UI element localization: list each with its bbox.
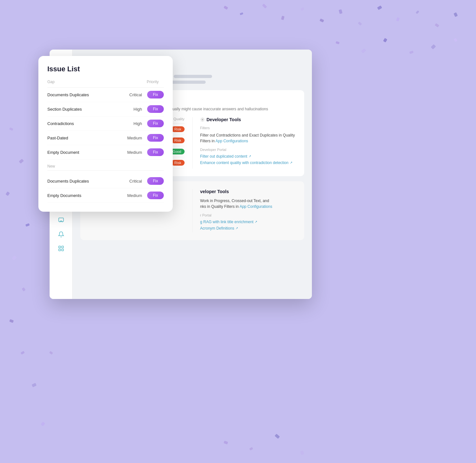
developer-portal-label: Developer Portal [200, 148, 297, 152]
modal-row-new-1: Documents Duplicates Critical Fix [47, 174, 164, 188]
svg-rect-24 [19, 159, 24, 163]
svg-rect-28 [22, 287, 26, 292]
modal-row: Empty Document Medium Fix [47, 145, 164, 160]
gear-icon [200, 117, 205, 122]
modal-priority-4: Medium [127, 136, 142, 140]
modal-priority-new-1: Critical [129, 179, 142, 184]
svg-rect-4 [300, 7, 304, 11]
svg-rect-6 [339, 9, 343, 14]
svg-rect-21 [274, 434, 280, 439]
svg-rect-0 [224, 6, 228, 10]
svg-rect-32 [32, 383, 37, 387]
app-config-link-2[interactable]: App Configurations [240, 204, 272, 209]
modal-priority-2: High [133, 107, 142, 112]
second-link-2[interactable]: Acronym Definitions ↗ [200, 226, 297, 231]
row-quality-1: Risk [171, 126, 184, 132]
app-config-link-1[interactable]: App Configurations [216, 139, 248, 143]
fix-button-1[interactable]: Fix [147, 91, 164, 98]
svg-rect-19 [224, 441, 228, 444]
svg-rect-14 [361, 48, 366, 53]
modal-section-new: New [47, 164, 164, 169]
modal-col-gap: Gap [47, 80, 142, 84]
svg-rect-2 [262, 4, 267, 9]
fix-button-4[interactable]: Fix [147, 134, 164, 142]
filter-bar-2[interactable] [174, 75, 212, 78]
svg-rect-8 [377, 5, 382, 10]
svg-rect-26 [25, 223, 30, 227]
modal-priority-5: Medium [127, 150, 142, 155]
svg-rect-57 [59, 249, 60, 251]
svg-rect-33 [41, 422, 45, 426]
row-quality-2: Risk [171, 137, 184, 143]
modal-col-priority: Priority [147, 80, 159, 84]
modal-gap-2: Section Duplicates [47, 107, 128, 112]
external-icon-4: ↗ [235, 226, 238, 230]
modal-gap-5: Empty Document [47, 150, 122, 155]
sidebar-item-notifications[interactable] [55, 228, 67, 241]
svg-rect-18 [454, 38, 457, 42]
dev-portal-link-2[interactable]: Enhance content quality with contradicti… [200, 161, 297, 165]
fix-button-3[interactable]: Fix [147, 120, 164, 127]
modal-section-divider [47, 170, 164, 171]
modal-gap-4: Past-Dated [47, 136, 122, 140]
modal-priority-3: High [133, 121, 142, 126]
svg-rect-16 [409, 51, 414, 54]
fix-button-2[interactable]: Fix [147, 105, 164, 113]
modal-priority-1: Critical [129, 92, 142, 97]
svg-rect-55 [59, 246, 60, 248]
fix-button-new-1[interactable]: Fix [147, 177, 164, 185]
modal-table-header: Gap Priority [47, 80, 164, 88]
modal-row: Contradictions High Fix [47, 116, 164, 131]
svg-rect-20 [249, 447, 253, 451]
svg-rect-9 [396, 17, 400, 21]
svg-rect-27 [12, 255, 17, 260]
modal-priority-new-2: Medium [127, 193, 142, 198]
svg-rect-54 [59, 218, 63, 222]
modal-row: Past-Dated Medium Fix [47, 131, 164, 145]
filters-text: Filter out Contradictions and Exact Dupl… [200, 132, 297, 144]
svg-rect-25 [5, 192, 10, 196]
svg-rect-3 [281, 16, 285, 20]
modal-gap-new-1: Documents Duplicates [47, 179, 124, 184]
svg-rect-58 [61, 249, 63, 251]
svg-rect-10 [416, 10, 419, 14]
svg-rect-12 [454, 12, 458, 17]
svg-rect-29 [9, 319, 14, 323]
issue-list-modal: Issue List Gap Priority Documents Duplic… [38, 56, 173, 212]
sidebar-item-grid2[interactable] [55, 242, 67, 255]
second-portal-label: r Portal [200, 213, 297, 217]
modal-gap-3: Contradictions [47, 121, 128, 126]
svg-rect-31 [49, 351, 53, 355]
second-card-right: veloper Tools Work in Progress, Crossed-… [192, 189, 297, 232]
dev-tools-header: Developer Tools [200, 117, 297, 122]
modal-gap-new-2: Empty Documents [47, 193, 122, 198]
modal-gap-1: Documents Duplicates [47, 92, 124, 97]
svg-rect-56 [61, 246, 63, 248]
row-quality-4: Risk [171, 160, 184, 166]
svg-rect-11 [435, 23, 439, 27]
modal-row: Section Duplicates High Fix [47, 102, 164, 116]
svg-rect-22 [300, 451, 304, 455]
external-icon-1: ↗ [249, 154, 251, 158]
second-dev-tools-title: veloper Tools [200, 189, 229, 194]
filters-label: Filters [200, 126, 297, 130]
dev-portal-link-1[interactable]: Filter out duplicated content ↗ [200, 154, 297, 159]
modal-row: Documents Duplicates Critical Fix [47, 88, 164, 102]
svg-rect-23 [9, 127, 13, 131]
fix-button-5[interactable]: Fix [147, 148, 164, 156]
sidebar-item-chat[interactable] [55, 214, 67, 227]
card-right: Developer Tools Filters Filter out Contr… [192, 117, 297, 169]
svg-rect-30 [20, 351, 25, 355]
col-quality: Quality [173, 117, 184, 121]
svg-rect-1 [240, 12, 243, 15]
svg-point-59 [202, 119, 203, 120]
modal-title: Issue List [47, 65, 164, 73]
svg-rect-13 [336, 41, 339, 44]
external-icon-2: ↗ [290, 161, 292, 164]
svg-rect-7 [358, 21, 362, 25]
second-link-1[interactable]: g RAG with link title enrichment ↗ [200, 220, 297, 224]
svg-rect-17 [431, 44, 436, 49]
modal-row-new-2: Empty Documents Medium Fix [47, 188, 164, 203]
fix-button-new-2[interactable]: Fix [147, 192, 164, 199]
dev-tools-title: Developer Tools [207, 117, 241, 122]
